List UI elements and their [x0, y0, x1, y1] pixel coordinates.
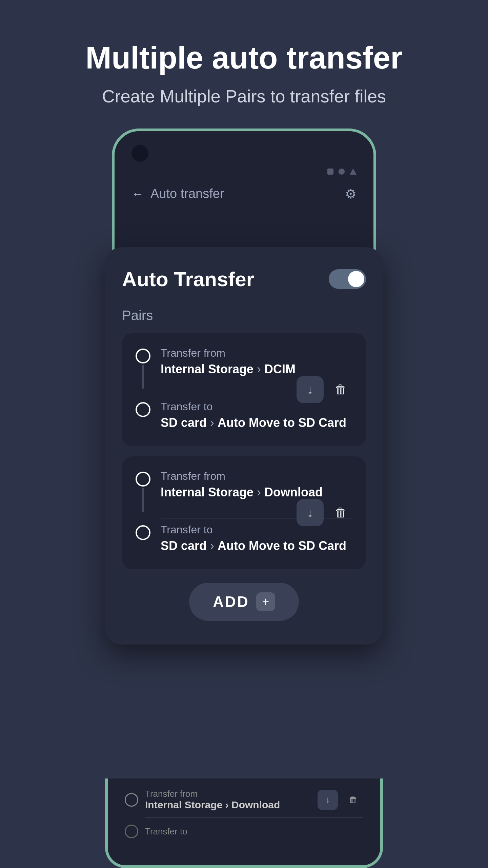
bottom-phone-preview: Transfer from Internal Storage › Downloa…: [105, 778, 383, 868]
pair-1-to-inner: [141, 408, 145, 412]
pair-2-to-circle: [136, 525, 150, 540]
card-title: Auto Transfer: [122, 268, 254, 291]
navbar-title: Auto transfer: [150, 186, 224, 201]
pair-1-line: [142, 365, 144, 389]
pair-2-from-text: Transfer from Internal Storage › Downloa…: [161, 470, 323, 499]
phone-status-bar: [131, 169, 357, 175]
pair-2-to-inner: [141, 531, 145, 535]
add-button[interactable]: ADD +: [189, 583, 299, 621]
pair-2-from-path: Internal Storage › Download: [161, 485, 323, 499]
bottom-from-row: Transfer from Internal Storage › Downloa…: [125, 789, 363, 811]
add-icon-box: +: [256, 592, 275, 611]
trash-icon-2: 🗑: [334, 506, 347, 520]
download-icon: ↓: [307, 382, 313, 397]
pair-2-line: [142, 488, 144, 512]
pair-1-to-row: Transfer to SD card › Auto Move to SD Ca…: [136, 400, 352, 430]
pair-2-indicator: [136, 470, 150, 513]
pair-card-2: Transfer from Internal Storage › Downloa…: [122, 456, 366, 569]
pair-1-actions: ↓ 🗑: [297, 376, 352, 403]
bottom-download-button[interactable]: ↓: [318, 790, 338, 810]
pair-1-delete-button[interactable]: 🗑: [329, 378, 352, 401]
bottom-from-label: Transfer from: [145, 789, 311, 799]
status-icon-2: [339, 169, 345, 175]
trash-icon: 🗑: [334, 382, 347, 397]
download-icon-2: ↓: [307, 506, 313, 520]
bottom-to-circle: [125, 825, 138, 838]
plus-icon: +: [262, 596, 269, 608]
bottom-download-icon: ↓: [326, 794, 330, 805]
bottom-trash-button[interactable]: 🗑: [343, 790, 363, 810]
pair-1-indicator: [136, 347, 150, 390]
bottom-to-label: Transfer to: [145, 826, 363, 837]
pair-2-from-circle: [136, 472, 150, 487]
pair-1-download-button[interactable]: ↓: [297, 376, 324, 403]
page-background: Multiple auto transfer Create Multiple P…: [0, 0, 488, 868]
bottom-trash-icon: 🗑: [349, 794, 358, 805]
pair-2-to-text: Transfer to SD card › Auto Move to SD Ca…: [161, 524, 346, 553]
add-button-label: ADD: [213, 593, 249, 610]
bottom-to-text: Transfer to: [145, 826, 363, 837]
status-icon-3: [350, 169, 357, 175]
bottom-to-row: Transfer to: [125, 825, 363, 838]
pair-1-to-text: Transfer to SD card › Auto Move to SD Ca…: [161, 400, 346, 430]
pair-2-from-inner: [141, 477, 145, 481]
navbar-left: ← Auto transfer: [131, 186, 224, 201]
pair-1-to-indicator: [136, 400, 150, 417]
bottom-from-circle: [125, 793, 138, 807]
phone-navbar: ← Auto transfer ⚙: [131, 181, 357, 206]
sub-title: Create Multiple Pairs to transfer files: [85, 85, 402, 108]
main-title: Multiple auto transfer: [85, 41, 402, 75]
pair-2-to-indicator: [136, 524, 150, 540]
pair-2-from-label: Transfer from: [161, 470, 323, 482]
pair-2-download-button[interactable]: ↓: [297, 499, 324, 526]
add-btn-container: ADD +: [122, 583, 366, 621]
status-icon-1: [327, 169, 333, 175]
pair-2-delete-button[interactable]: 🗑: [329, 501, 352, 525]
bottom-actions: ↓ 🗑: [318, 790, 363, 810]
pair-1-from-text: Transfer from Internal Storage › DCIM: [161, 347, 296, 376]
pair-1-from-circle: [136, 349, 150, 363]
phone-mockup: ← Auto transfer ⚙ Auto Transfer Pairs: [105, 129, 383, 603]
toggle-knob: [348, 271, 364, 287]
pair-2-to-path: SD card › Auto Move to SD Card: [161, 539, 346, 553]
phone-camera: [131, 145, 148, 162]
pair-card-1: Transfer from Internal Storage › DCIM: [122, 333, 366, 446]
pair-1-from-path: Internal Storage › DCIM: [161, 362, 296, 376]
header-section: Multiple auto transfer Create Multiple P…: [85, 0, 402, 129]
pair-1-from-inner: [141, 354, 145, 358]
main-card: Auto Transfer Pairs: [105, 247, 383, 645]
bottom-divider: [145, 817, 363, 818]
gear-icon[interactable]: ⚙: [345, 186, 357, 201]
pair-1-to-circle: [136, 402, 150, 417]
bottom-from-text: Transfer from Internal Storage › Downloa…: [145, 789, 311, 811]
auto-transfer-toggle[interactable]: [329, 269, 366, 289]
pair-1-from-label: Transfer from: [161, 347, 296, 359]
pair-1-to-path: SD card › Auto Move to SD Card: [161, 416, 346, 430]
pairs-label: Pairs: [122, 308, 366, 323]
card-header: Auto Transfer: [122, 268, 366, 291]
bottom-from-path: Internal Storage › Download: [145, 799, 311, 811]
back-arrow-icon[interactable]: ←: [131, 187, 144, 201]
pair-2-actions: ↓ 🗑: [297, 499, 352, 526]
pair-2-to-row: Transfer to SD card › Auto Move to SD Ca…: [136, 524, 352, 553]
bottom-card-inner: Transfer from Internal Storage › Downloa…: [105, 778, 383, 868]
